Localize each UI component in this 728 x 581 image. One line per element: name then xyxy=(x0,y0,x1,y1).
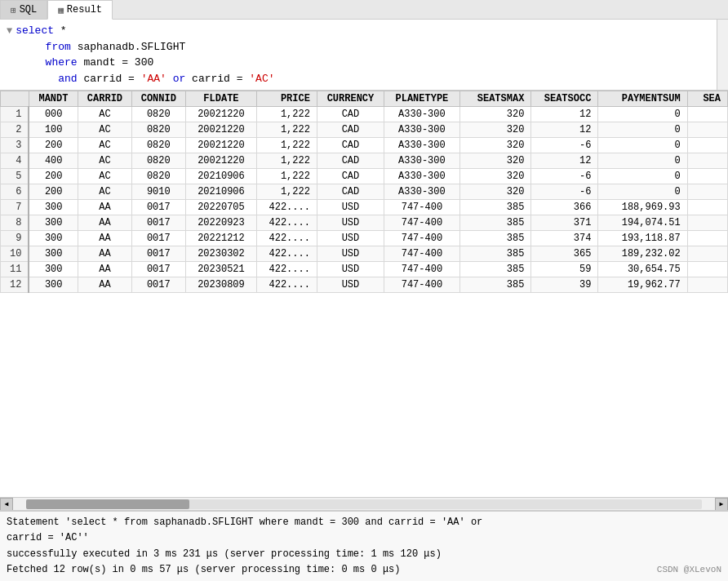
table-cell: 0017 xyxy=(131,262,185,277)
table-cell: 59 xyxy=(531,262,598,277)
tab-result[interactable]: ▦ Result xyxy=(47,0,113,20)
table-cell xyxy=(687,200,727,215)
table-row: 5200AC0820202109061,222CADA330-300320-60 xyxy=(1,169,728,184)
table-cell: 0 xyxy=(598,153,687,169)
table-cell: 200 xyxy=(29,138,78,153)
table-cell: 0 xyxy=(598,122,687,138)
table-cell: 20230302 xyxy=(185,246,256,262)
table-row: 12300AA001720230809422....USD747-4003853… xyxy=(1,277,728,293)
watermark: CSDN @XLevoN xyxy=(657,563,721,578)
table-cell: 747-400 xyxy=(384,215,459,231)
table-cell: 300 xyxy=(29,277,78,293)
col-header-sea[interactable]: SEA xyxy=(687,91,727,107)
table-cell: 422.... xyxy=(257,262,317,277)
col-header-connid[interactable]: CONNID xyxy=(131,91,185,107)
table-cell: 422.... xyxy=(257,215,317,231)
scrollbar-thumb[interactable] xyxy=(26,499,189,509)
table-cell: 371 xyxy=(531,215,598,231)
table-cell: 20021220 xyxy=(185,153,256,169)
table-cell: 385 xyxy=(459,215,530,231)
table-container[interactable]: MANDT CARRID CONNID FLDATE PRICE CURRENC… xyxy=(0,91,728,497)
col-header-fldate[interactable]: FLDATE xyxy=(185,91,256,107)
col-header-price[interactable]: PRICE xyxy=(257,91,317,107)
tab-sql[interactable]: ⊞ SQL xyxy=(0,0,47,19)
table-cell: 0017 xyxy=(131,200,185,215)
table-row: 11300AA001720230521422....USD747-4003855… xyxy=(1,262,728,277)
table-cell: USD xyxy=(317,231,384,246)
table-cell: 20221212 xyxy=(185,231,256,246)
table-row: 6200AC9010202109061,222CADA330-300320-60 xyxy=(1,184,728,200)
table-cell: 7 xyxy=(1,200,29,215)
table-cell: 385 xyxy=(459,200,530,215)
table-cell xyxy=(687,215,727,231)
table-cell: 0017 xyxy=(131,277,185,293)
scrollbar-track[interactable] xyxy=(26,499,702,509)
table-cell: 374 xyxy=(531,231,598,246)
table-row: 4400AC0820200212201,222CADA330-300320120 xyxy=(1,153,728,169)
scroll-left-btn[interactable]: ◀ xyxy=(0,498,13,511)
table-cell: 320 xyxy=(459,184,530,200)
table-cell: 20021220 xyxy=(185,107,256,122)
table-cell: 12 xyxy=(531,122,598,138)
table-cell: 189,232.02 xyxy=(598,246,687,262)
col-header-seatsocc[interactable]: SEATSOCC xyxy=(531,91,598,107)
result-area: MANDT CARRID CONNID FLDATE PRICE CURRENC… xyxy=(0,91,728,510)
table-cell: 1,222 xyxy=(257,138,317,153)
table-row: 9300AA001720221212422....USD747-40038537… xyxy=(1,231,728,246)
table-cell: 19,962.77 xyxy=(598,277,687,293)
horizontal-scrollbar[interactable]: ◀ ▶ xyxy=(0,497,728,510)
table-cell: A330-300 xyxy=(384,169,459,184)
table-cell: 200 xyxy=(29,169,78,184)
tab-sql-label: SQL xyxy=(20,4,38,16)
table-cell: 385 xyxy=(459,246,530,262)
table-cell: A330-300 xyxy=(384,153,459,169)
table-cell: 20210906 xyxy=(185,169,256,184)
table-cell: 0820 xyxy=(131,107,185,122)
table-cell: 320 xyxy=(459,169,530,184)
table-cell: 747-400 xyxy=(384,200,459,215)
collapse-icon[interactable]: ▼ xyxy=(7,24,12,38)
table-cell: 1,222 xyxy=(257,107,317,122)
table-cell: 1,222 xyxy=(257,169,317,184)
table-cell: 6 xyxy=(1,184,29,200)
table-cell: AC xyxy=(78,107,132,122)
col-header-seatsmax[interactable]: SEATSMAX xyxy=(459,91,530,107)
sql-scrollbar[interactable] xyxy=(717,20,728,90)
sql-line-1: ▼ select * xyxy=(7,23,721,39)
table-cell: 320 xyxy=(459,107,530,122)
table-cell: 320 xyxy=(459,122,530,138)
table-cell: AA xyxy=(78,200,132,215)
col-header-carrid[interactable]: CARRID xyxy=(78,91,132,107)
table-cell: 0017 xyxy=(131,246,185,262)
table-cell: 30,654.75 xyxy=(598,262,687,277)
table-cell: 365 xyxy=(531,246,598,262)
table-cell: 385 xyxy=(459,277,530,293)
table-cell: USD xyxy=(317,277,384,293)
tab-bar: ⊞ SQL ▦ Result xyxy=(0,0,728,20)
table-cell: 2 xyxy=(1,122,29,138)
table-body: 1000AC0820200212201,222CADA330-300320120… xyxy=(1,107,728,293)
table-cell: 747-400 xyxy=(384,277,459,293)
col-header-mandt[interactable]: MANDT xyxy=(29,91,78,107)
table-cell: 0820 xyxy=(131,169,185,184)
table-cell: AA xyxy=(78,215,132,231)
table-cell: 20021220 xyxy=(185,138,256,153)
table-cell: 1 xyxy=(1,107,29,122)
table-cell: CAD xyxy=(317,169,384,184)
table-cell: 1,222 xyxy=(257,184,317,200)
col-header-paymentsum[interactable]: PAYMENTSUM xyxy=(598,91,687,107)
table-cell: 0017 xyxy=(131,215,185,231)
status-line-2: carrid = 'AC'' xyxy=(7,530,721,546)
table-cell: AC xyxy=(78,138,132,153)
table-cell: 0 xyxy=(598,107,687,122)
col-header-currency[interactable]: CURRENCY xyxy=(317,91,384,107)
table-cell: 8 xyxy=(1,215,29,231)
table-cell: AA xyxy=(78,262,132,277)
col-header-planetype[interactable]: PLANETYPE xyxy=(384,91,459,107)
table-cell: 400 xyxy=(29,153,78,169)
scroll-right-btn[interactable]: ▶ xyxy=(715,498,728,511)
table-cell: 11 xyxy=(1,262,29,277)
col-header-rownum xyxy=(1,91,29,107)
table-cell: 385 xyxy=(459,231,530,246)
table-cell: USD xyxy=(317,215,384,231)
